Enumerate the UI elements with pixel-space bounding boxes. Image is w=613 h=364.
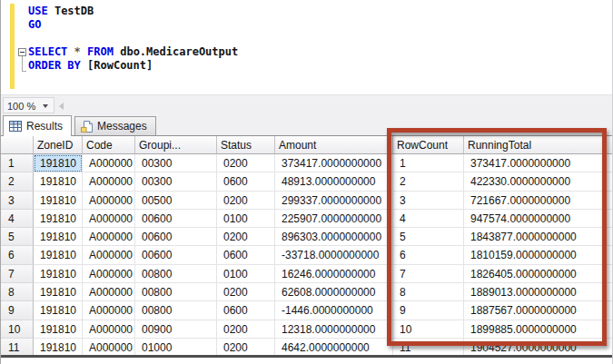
- grid-cell[interactable]: 1899885.0000000000: [464, 320, 612, 339]
- grid-cell[interactable]: 0600: [217, 246, 275, 264]
- row-number-cell[interactable]: 11: [1, 339, 34, 355]
- grid-cell[interactable]: 191810: [34, 228, 83, 246]
- row-number-cell[interactable]: 7: [1, 265, 34, 283]
- hscroll-left-arrow-icon[interactable]: [59, 103, 64, 110]
- row-number-cell[interactable]: 4: [1, 210, 34, 228]
- grid-cell[interactable]: A000000: [83, 283, 135, 301]
- grid-cell[interactable]: 00600: [135, 228, 217, 246]
- grid-cell[interactable]: 1843877.0000000000: [464, 228, 612, 246]
- grid-cell[interactable]: 191810: [34, 154, 83, 172]
- grid-cell[interactable]: 12318.0000000000: [275, 320, 393, 339]
- grid-cell[interactable]: 11: [393, 339, 464, 355]
- grid-cell[interactable]: 00300: [135, 154, 217, 172]
- sql-editor[interactable]: USE TestDBGO SELECT * FROM dbo.MedicareO…: [1, 0, 612, 94]
- grid-cell[interactable]: A000000: [83, 154, 135, 172]
- grid-cell[interactable]: 1810159.0000000000: [464, 246, 612, 264]
- column-header-runningtotal[interactable]: RunningTotal: [464, 136, 612, 154]
- grid-cell[interactable]: A000000: [83, 301, 135, 320]
- grid-cell[interactable]: 373417.0000000000: [275, 154, 393, 172]
- grid-cell[interactable]: 191810: [34, 172, 83, 191]
- row-number-cell[interactable]: 6: [1, 246, 34, 264]
- grid-cell[interactable]: 721667.0000000000: [464, 192, 612, 210]
- grid-cell[interactable]: 00500: [135, 192, 217, 210]
- grid-corner-header[interactable]: [1, 136, 34, 154]
- grid-cell[interactable]: 1826405.0000000000: [464, 265, 612, 283]
- row-number-cell[interactable]: 1: [1, 154, 34, 172]
- grid-cell[interactable]: 5: [393, 228, 464, 246]
- grid-cell[interactable]: 48913.0000000000: [275, 172, 393, 191]
- grid-cell[interactable]: 191810: [34, 339, 83, 355]
- grid-cell[interactable]: 1887567.0000000000: [464, 301, 612, 320]
- grid-cell[interactable]: 299337.0000000000: [275, 192, 393, 210]
- grid-cell[interactable]: 6: [393, 246, 464, 264]
- row-number-cell[interactable]: 9: [1, 301, 34, 320]
- tab-messages[interactable]: Messages: [74, 116, 156, 135]
- grid-cell[interactable]: 00900: [135, 320, 217, 339]
- column-header-status[interactable]: Status: [217, 136, 275, 154]
- grid-cell[interactable]: -33718.0000000000: [275, 246, 393, 264]
- grid-cell[interactable]: 00600: [135, 246, 217, 264]
- grid-cell[interactable]: 191810: [34, 210, 83, 228]
- grid-cell[interactable]: A000000: [83, 210, 135, 228]
- row-number-cell[interactable]: 8: [1, 283, 34, 301]
- grid-cell[interactable]: 0600: [217, 172, 275, 191]
- grid-cell[interactable]: 191810: [34, 192, 83, 210]
- grid-cell[interactable]: 16246.0000000000: [275, 265, 393, 283]
- grid-cell[interactable]: 00800: [135, 265, 217, 283]
- grid-cell[interactable]: 0600: [217, 301, 275, 320]
- grid-cell[interactable]: A000000: [83, 320, 135, 339]
- grid-cell[interactable]: 191810: [34, 320, 83, 339]
- grid-cell[interactable]: 1: [393, 154, 464, 172]
- column-header-rowcount[interactable]: RowCount: [393, 136, 464, 154]
- column-header-groupi[interactable]: Groupi...: [135, 136, 217, 154]
- grid-cell[interactable]: A000000: [83, 246, 135, 264]
- grid-cell[interactable]: 00800: [135, 283, 217, 301]
- grid-cell[interactable]: 191810: [34, 246, 83, 264]
- grid-cell[interactable]: 4642.0000000000: [275, 339, 393, 355]
- grid-cell[interactable]: A000000: [83, 228, 135, 246]
- grid-cell[interactable]: 1889013.0000000000: [464, 283, 612, 301]
- grid-cell[interactable]: 0200: [217, 320, 275, 339]
- grid-cell[interactable]: A000000: [83, 172, 135, 191]
- grid-cell[interactable]: 225907.0000000000: [275, 210, 393, 228]
- grid-cell[interactable]: 2: [393, 172, 464, 191]
- tab-results[interactable]: Results: [3, 115, 72, 136]
- grid-cell[interactable]: 00800: [135, 301, 217, 320]
- row-number-cell[interactable]: 10: [1, 320, 34, 339]
- grid-cell[interactable]: 10: [393, 320, 464, 339]
- grid-cell[interactable]: 01000: [135, 339, 217, 355]
- grid-cell[interactable]: 0200: [217, 339, 275, 355]
- grid-cell[interactable]: 947574.0000000000: [464, 210, 612, 228]
- grid-cell[interactable]: A000000: [83, 339, 135, 355]
- zoom-dropdown[interactable]: 100 %: [3, 97, 54, 113]
- grid-cell[interactable]: 4: [393, 210, 464, 228]
- grid-cell[interactable]: 62608.0000000000: [275, 283, 393, 301]
- grid-cell[interactable]: 0100: [217, 265, 275, 283]
- row-number-cell[interactable]: 3: [1, 192, 34, 210]
- grid-cell[interactable]: 191810: [34, 283, 83, 301]
- column-header-amount[interactable]: Amount: [275, 136, 393, 154]
- grid-cell[interactable]: 00300: [135, 172, 217, 191]
- row-number-cell[interactable]: 2: [1, 172, 34, 191]
- column-header-zoneid[interactable]: ZoneID: [34, 136, 83, 154]
- grid-cell[interactable]: 0200: [217, 228, 275, 246]
- grid-cell[interactable]: A000000: [83, 192, 135, 210]
- grid-cell[interactable]: 0100: [217, 210, 275, 228]
- collapse-region-toggle[interactable]: [18, 48, 26, 56]
- grid-cell[interactable]: 00600: [135, 210, 217, 228]
- grid-cell[interactable]: 9: [393, 301, 464, 320]
- column-header-code[interactable]: Code: [83, 136, 135, 154]
- grid-cell[interactable]: 0200: [217, 192, 275, 210]
- grid-cell[interactable]: 8: [393, 283, 464, 301]
- grid-cell[interactable]: 0200: [217, 283, 275, 301]
- grid-cell[interactable]: 7: [393, 265, 464, 283]
- grid-cell[interactable]: 1904527.0000000000: [464, 339, 612, 355]
- row-number-cell[interactable]: 5: [1, 228, 34, 246]
- grid-cell[interactable]: 373417.0000000000: [464, 154, 612, 172]
- grid-cell[interactable]: -1446.0000000000: [275, 301, 393, 320]
- grid-cell[interactable]: A000000: [83, 265, 135, 283]
- grid-cell[interactable]: 896303.0000000000: [275, 228, 393, 246]
- grid-cell[interactable]: 3: [393, 192, 464, 210]
- grid-cell[interactable]: 191810: [34, 265, 83, 283]
- grid-cell[interactable]: 0200: [217, 154, 275, 172]
